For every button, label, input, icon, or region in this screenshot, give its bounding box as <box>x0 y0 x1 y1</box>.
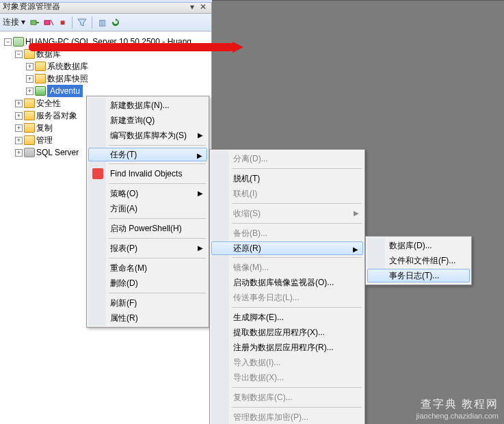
svg-line-3 <box>51 20 53 25</box>
menu-import[interactable]: 导入数据(I)... <box>211 355 363 370</box>
selected-db-label: Adventu <box>47 85 83 97</box>
svg-rect-1 <box>36 22 39 23</box>
menu-extract-dac[interactable]: 提取数据层应用程序(X)... <box>211 325 363 340</box>
pile-icon[interactable]: ▥ <box>96 17 107 28</box>
menu-rename[interactable]: 重命名(M) <box>88 261 207 276</box>
connect-dropdown[interactable]: 连接 ▾ <box>3 16 25 28</box>
menu-restore-txlog[interactable]: 事务日志(T)... <box>367 269 470 282</box>
menu-backup[interactable]: 备份(B)... <box>211 226 363 241</box>
menu-reports[interactable]: 报表(P)▶ <box>88 241 207 256</box>
database-context-menu: 新建数据库(N)... 新建查询(Q) 编写数据库脚本为(S)▶ 任务(T)▶ … <box>86 96 209 328</box>
menu-facets[interactable]: 方面(A) <box>88 201 207 216</box>
menu-script-db[interactable]: 编写数据库脚本为(S)▶ <box>88 128 207 143</box>
stop-icon[interactable]: ■ <box>57 17 68 28</box>
connect-icon[interactable] <box>29 17 40 28</box>
menu-ship-logs[interactable]: 传送事务日志(L)... <box>211 290 363 305</box>
menu-gen-scripts[interactable]: 生成脚本(E)... <box>211 310 363 325</box>
svg-rect-2 <box>44 21 50 25</box>
menu-offline[interactable]: 脱机(T) <box>211 171 363 186</box>
menu-launch-monitor[interactable]: 启动数据库镜像监视器(O)... <box>211 275 363 290</box>
menu-copy-db[interactable]: 复制数据库(C)... <box>211 390 363 405</box>
menu-online[interactable]: 联机(I) <box>211 186 363 201</box>
chevron-right-icon: ▶ <box>198 244 203 252</box>
menu-export[interactable]: 导出数据(X)... <box>211 370 363 385</box>
menu-shrink[interactable]: 收缩(S)▶ <box>211 206 363 221</box>
filter-icon[interactable] <box>77 17 88 28</box>
disconnect-icon[interactable] <box>43 17 54 28</box>
menu-powershell[interactable]: 启动 PowerShell(H) <box>88 221 207 236</box>
menu-detach[interactable]: 分离(D)... <box>211 151 363 166</box>
refresh-icon[interactable] <box>110 17 121 28</box>
redaction-mark <box>29 43 234 51</box>
menu-new-query[interactable]: 新建查询(Q) <box>88 113 207 128</box>
watermark: 查字典 教程网 jiaocheng.chazidian.com <box>416 397 499 420</box>
watermark-url: jiaocheng.chazidian.com <box>416 412 499 420</box>
chevron-right-icon: ▶ <box>354 209 359 217</box>
menu-restore-files[interactable]: 文件和文件组(F)... <box>367 253 470 268</box>
menu-find-invalid[interactable]: Find Invalid Objects <box>88 166 207 181</box>
chevron-right-icon: ▶ <box>353 246 358 253</box>
watermark-title: 查字典 教程网 <box>416 397 499 412</box>
object-explorer-toolbar: 连接 ▾ ■ ▥ <box>0 14 211 31</box>
menu-policies[interactable]: 策略(O)▶ <box>88 186 207 201</box>
menu-new-database[interactable]: 新建数据库(N)... <box>88 98 207 113</box>
menu-manage-enc[interactable]: 管理数据库加密(P)... <box>211 410 363 424</box>
sys-db-node[interactable]: +系统数据库 <box>4 60 211 72</box>
chevron-right-icon: ▶ <box>197 152 202 159</box>
menu-register-dac[interactable]: 注册为数据层应用程序(R)... <box>211 340 363 355</box>
menu-restore-database[interactable]: 数据库(D)... <box>367 238 470 253</box>
menu-refresh[interactable]: 刷新(F) <box>88 295 207 310</box>
restore-submenu: 数据库(D)... 文件和文件组(F)... 事务日志(T)... <box>365 236 472 285</box>
menu-tasks[interactable]: 任务(T)▶ <box>88 148 207 161</box>
pin-icon[interactable]: ▾ <box>187 2 198 12</box>
menu-properties[interactable]: 属性(R) <box>88 310 207 326</box>
menu-delete[interactable]: 删除(D) <box>88 276 207 291</box>
menu-mirror[interactable]: 镜像(M)... <box>211 260 363 275</box>
svg-rect-0 <box>31 21 36 25</box>
chevron-right-icon: ▶ <box>198 189 203 197</box>
close-icon[interactable]: ✕ <box>198 2 209 12</box>
find-invalid-icon <box>92 168 103 179</box>
snapshot-node[interactable]: +数据库快照 <box>4 72 211 85</box>
menu-restore[interactable]: 还原(R)▶ <box>211 241 363 255</box>
tasks-submenu: 分离(D)... 脱机(T) 联机(I) 收缩(S)▶ 备份(B)... 还原(… <box>209 149 365 424</box>
chevron-right-icon: ▶ <box>198 131 203 139</box>
